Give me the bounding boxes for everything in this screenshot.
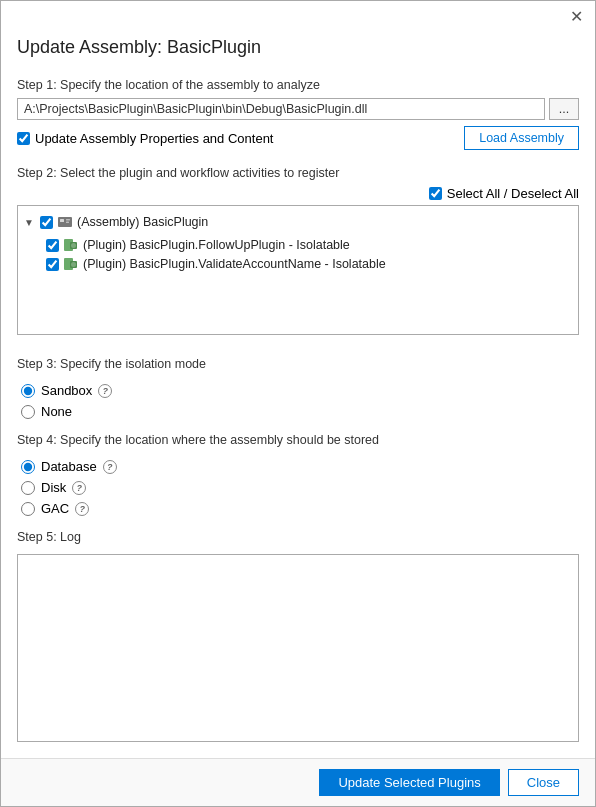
plugin2-icon bbox=[63, 256, 79, 272]
step4-database-item: Database ? bbox=[21, 459, 579, 474]
gac-label: GAC bbox=[41, 501, 69, 516]
disk-label: Disk bbox=[41, 480, 66, 495]
dialog-titlebar: Update Assembly: BasicPlugin bbox=[1, 27, 595, 66]
update-props-label: Update Assembly Properties and Content bbox=[35, 131, 273, 146]
load-assembly-button[interactable]: Load Assembly bbox=[464, 126, 579, 150]
select-all-row: Select All / Deselect All bbox=[17, 186, 579, 201]
gac-radio[interactable] bbox=[21, 502, 35, 516]
plugin-tree-box: ▼ (Assembly) BasicPlugin bbox=[17, 205, 579, 335]
close-icon-button[interactable]: ✕ bbox=[564, 7, 589, 27]
sandbox-radio[interactable] bbox=[21, 384, 35, 398]
svg-point-9 bbox=[71, 262, 76, 267]
plugin2-checkbox[interactable] bbox=[46, 258, 59, 271]
svg-rect-0 bbox=[58, 217, 72, 227]
dialog-body: Step 1: Specify the location of the asse… bbox=[1, 66, 595, 758]
step2-label: Step 2: Select the plugin and workflow a… bbox=[17, 166, 579, 180]
browse-button[interactable]: ... bbox=[549, 98, 579, 120]
svg-rect-1 bbox=[60, 219, 64, 222]
disk-help-icon[interactable]: ? bbox=[72, 481, 86, 495]
database-radio[interactable] bbox=[21, 460, 35, 474]
step4-radio-group: Database ? Disk ? GAC ? bbox=[21, 459, 579, 516]
tree-node-plugin2: (Plugin) BasicPlugin.ValidateAccountName… bbox=[46, 256, 572, 272]
database-label: Database bbox=[41, 459, 97, 474]
update-assembly-dialog: ✕ Update Assembly: BasicPlugin Step 1: S… bbox=[0, 0, 596, 807]
step3-none-item: None bbox=[21, 404, 579, 419]
step4-disk-item: Disk ? bbox=[21, 480, 579, 495]
none-radio[interactable] bbox=[21, 405, 35, 419]
update-props-left: Update Assembly Properties and Content bbox=[17, 131, 273, 146]
select-all-label: Select All / Deselect All bbox=[447, 186, 579, 201]
update-props-checkbox[interactable] bbox=[17, 132, 30, 145]
svg-point-6 bbox=[71, 243, 76, 248]
update-selected-plugins-button[interactable]: Update Selected Plugins bbox=[319, 769, 499, 796]
tree-node-plugin1: (Plugin) BasicPlugin.FollowUpPlugin - Is… bbox=[46, 237, 572, 253]
sandbox-label: Sandbox bbox=[41, 383, 92, 398]
dialog-footer: Update Selected Plugins Close bbox=[1, 758, 595, 806]
step4-gac-item: GAC ? bbox=[21, 501, 579, 516]
disk-radio[interactable] bbox=[21, 481, 35, 495]
step4-label: Step 4: Specify the location where the a… bbox=[17, 433, 579, 447]
assembly-icon bbox=[57, 214, 73, 230]
plugin1-node-label: (Plugin) BasicPlugin.FollowUpPlugin - Is… bbox=[83, 238, 350, 252]
step5-label: Step 5: Log bbox=[17, 530, 579, 544]
plugin2-node-label: (Plugin) BasicPlugin.ValidateAccountName… bbox=[83, 257, 386, 271]
tree-children: (Plugin) BasicPlugin.FollowUpPlugin - Is… bbox=[46, 237, 572, 272]
assembly-checkbox[interactable] bbox=[40, 216, 53, 229]
database-help-icon[interactable]: ? bbox=[103, 460, 117, 474]
gac-help-icon[interactable]: ? bbox=[75, 502, 89, 516]
svg-rect-3 bbox=[66, 222, 69, 224]
sandbox-help-icon[interactable]: ? bbox=[98, 384, 112, 398]
select-all-checkbox[interactable] bbox=[429, 187, 442, 200]
update-props-row: Update Assembly Properties and Content L… bbox=[17, 126, 579, 150]
plugin1-checkbox[interactable] bbox=[46, 239, 59, 252]
step3-sandbox-item: Sandbox ? bbox=[21, 383, 579, 398]
step3-radio-group: Sandbox ? None bbox=[21, 383, 579, 419]
close-button[interactable]: Close bbox=[508, 769, 579, 796]
path-input[interactable] bbox=[17, 98, 545, 120]
tree-node-assembly: ▼ (Assembly) BasicPlugin bbox=[24, 214, 572, 230]
tree-root: ▼ (Assembly) BasicPlugin bbox=[24, 214, 572, 272]
plugin1-icon bbox=[63, 237, 79, 253]
step1-label: Step 1: Specify the location of the asse… bbox=[17, 78, 579, 92]
none-label: None bbox=[41, 404, 72, 419]
svg-rect-2 bbox=[66, 219, 70, 221]
dialog-title: Update Assembly: BasicPlugin bbox=[17, 37, 261, 58]
tree-expand-icon[interactable]: ▼ bbox=[24, 217, 36, 228]
path-row: ... bbox=[17, 98, 579, 120]
assembly-node-label: (Assembly) BasicPlugin bbox=[77, 215, 208, 229]
log-box bbox=[17, 554, 579, 742]
step3-label: Step 3: Specify the isolation mode bbox=[17, 357, 579, 371]
